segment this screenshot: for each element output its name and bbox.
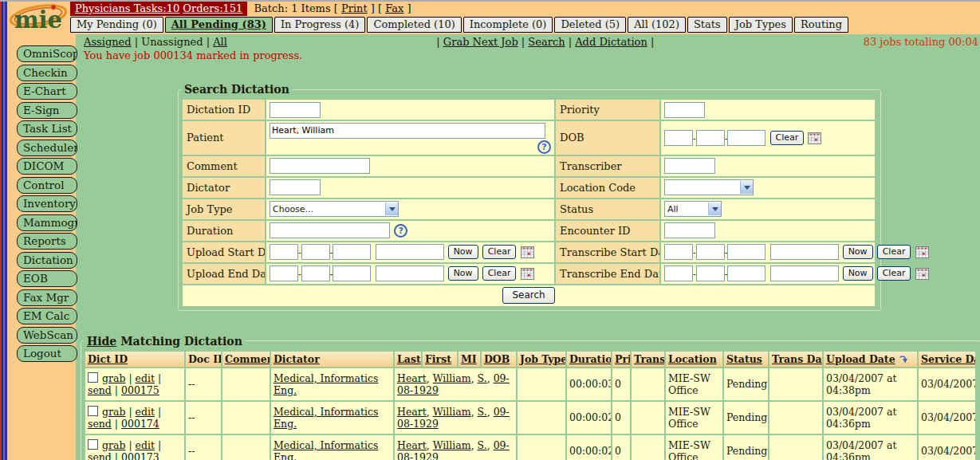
orders-link[interactable]: Orders:151 bbox=[183, 2, 242, 14]
patient-input[interactable] bbox=[270, 123, 545, 139]
transcribe-end-day-input[interactable] bbox=[696, 265, 725, 281]
column-header-job-type[interactable]: Job Type bbox=[518, 352, 565, 367]
sidebar-item-checkin[interactable]: Checkin bbox=[17, 65, 77, 81]
column-header-upload-date[interactable]: Upload Date bbox=[824, 352, 917, 367]
sidebar-item-control[interactable]: Control bbox=[17, 177, 77, 194]
upload-start-clear-button[interactable]: Clear bbox=[482, 245, 517, 259]
upload-start-now-button[interactable]: Now bbox=[448, 245, 478, 259]
column-header-first[interactable]: First bbox=[423, 352, 457, 367]
tab-in-progress-4[interactable]: In Progress (4) bbox=[274, 17, 366, 33]
tab-deleted-5[interactable]: Deleted (5) bbox=[554, 17, 626, 33]
sidebar-item-dictation[interactable]: Dictation bbox=[17, 252, 77, 269]
row-action-edit[interactable]: edit bbox=[136, 439, 155, 451]
search-button[interactable]: Search bbox=[502, 287, 554, 304]
upload-end-day-input[interactable] bbox=[301, 265, 330, 281]
patient-last-link[interactable]: Heart bbox=[397, 372, 427, 384]
dict-id-link[interactable]: 000175 bbox=[121, 384, 159, 396]
transcribe-end-time-input[interactable] bbox=[770, 265, 839, 281]
transcribe-start-clear-button[interactable]: Clear bbox=[877, 245, 911, 259]
sidebar-item-eob[interactable]: EOB bbox=[17, 270, 77, 287]
grab-next-job-link[interactable]: Grab Next Job bbox=[443, 36, 518, 48]
row-select-checkbox[interactable] bbox=[88, 439, 98, 450]
dict-id-link[interactable]: 000173 bbox=[121, 451, 159, 460]
row-action-send[interactable]: send bbox=[88, 384, 112, 396]
transcribe-end-calendar-icon[interactable] bbox=[915, 268, 929, 280]
sidebar-item-task-list[interactable]: Task List bbox=[17, 120, 77, 137]
column-header-trans[interactable]: Trans bbox=[632, 352, 664, 367]
upload-start-time-input[interactable] bbox=[376, 244, 444, 260]
tab-all-102[interactable]: All (102) bbox=[628, 17, 686, 33]
priority-input[interactable] bbox=[664, 102, 705, 118]
sidebar-item-reports[interactable]: Reports bbox=[17, 233, 77, 250]
location-code-select[interactable] bbox=[664, 179, 754, 195]
upload-end-year-input[interactable] bbox=[333, 265, 371, 281]
column-header-dict-id[interactable]: Dict ID bbox=[85, 352, 184, 367]
tab-all-pending-83[interactable]: All Pending (83) bbox=[165, 17, 273, 33]
column-header-last[interactable]: Last bbox=[395, 352, 421, 367]
sidebar-item-mammogra[interactable]: Mammogra bbox=[17, 214, 77, 231]
tab-routing[interactable]: Routing bbox=[794, 17, 848, 33]
transcribe-end-month-input[interactable] bbox=[664, 265, 693, 281]
comment-input[interactable] bbox=[270, 158, 370, 174]
row-action-edit[interactable]: edit bbox=[136, 372, 155, 384]
dob-calendar-icon[interactable] bbox=[808, 132, 821, 144]
print-link[interactable]: Print bbox=[341, 2, 368, 14]
row-action-grab[interactable]: grab bbox=[102, 439, 125, 451]
sidebar-item-omniscope[interactable]: OmniScope bbox=[17, 45, 77, 62]
column-header-dictator[interactable]: Dictator bbox=[271, 352, 393, 367]
duration-input[interactable] bbox=[270, 222, 390, 238]
row-action-grab[interactable]: grab bbox=[102, 372, 125, 384]
column-header-comment[interactable]: Comment bbox=[222, 352, 270, 367]
status-select[interactable]: All bbox=[664, 201, 722, 217]
transcribe-start-calendar-icon[interactable] bbox=[915, 246, 929, 258]
column-header-service-date[interactable]: Service Date bbox=[919, 352, 975, 367]
transcribe-start-time-input[interactable] bbox=[770, 244, 839, 260]
row-select-checkbox[interactable] bbox=[88, 406, 98, 416]
upload-start-year-input[interactable] bbox=[333, 244, 371, 260]
patient-mi-link[interactable]: S. bbox=[478, 406, 487, 418]
transcribe-start-month-input[interactable] bbox=[664, 244, 693, 260]
sort-descending-icon[interactable] bbox=[899, 355, 907, 364]
sidebar-item-webscan[interactable]: WebScan bbox=[17, 327, 77, 344]
transcriber-input[interactable] bbox=[664, 158, 715, 174]
column-header-pri[interactable]: Pri bbox=[612, 352, 630, 367]
sidebar-item-e-chart[interactable]: E-Chart bbox=[17, 83, 77, 100]
row-select-checkbox[interactable] bbox=[88, 372, 98, 383]
filter-assigned[interactable]: Assigned bbox=[84, 36, 132, 48]
encounter-id-input[interactable] bbox=[664, 222, 715, 238]
tab-job-types[interactable]: Job Types bbox=[729, 17, 793, 33]
column-header-trans-date[interactable]: Trans Date bbox=[769, 352, 822, 367]
row-action-send[interactable]: send bbox=[88, 418, 112, 430]
filter-all[interactable]: All bbox=[213, 36, 227, 48]
sidebar-item-em-calc[interactable]: EM Calc bbox=[17, 308, 77, 324]
fax-link[interactable]: Fax bbox=[385, 2, 403, 14]
sidebar-item-scheduler[interactable]: Scheduler bbox=[17, 140, 77, 156]
sidebar-item-e-sign[interactable]: E-Sign bbox=[17, 102, 77, 119]
patient-last-link[interactable]: Heart bbox=[397, 406, 427, 418]
dob-day-input[interactable] bbox=[696, 130, 725, 146]
upload-end-calendar-icon[interactable] bbox=[521, 268, 534, 280]
sidebar-item-logout[interactable]: Logout bbox=[17, 345, 77, 362]
patient-mi-link[interactable]: S. bbox=[478, 439, 487, 451]
row-action-grab[interactable]: grab bbox=[102, 406, 125, 418]
dict-id-link[interactable]: 000174 bbox=[121, 418, 159, 430]
duration-help-icon[interactable]: ? bbox=[394, 224, 407, 238]
upload-end-now-button[interactable]: Now bbox=[448, 266, 478, 281]
dob-month-input[interactable] bbox=[664, 130, 693, 146]
hide-results-link[interactable]: Hide bbox=[87, 335, 116, 348]
upload-start-month-input[interactable] bbox=[270, 244, 298, 260]
dictator-link[interactable]: Medical, Informatics Eng. bbox=[274, 406, 378, 430]
column-header-status[interactable]: Status bbox=[724, 352, 768, 367]
job-type-select[interactable]: Choose... bbox=[270, 201, 399, 217]
patient-first-link[interactable]: William bbox=[433, 406, 471, 418]
row-action-send[interactable]: send bbox=[88, 451, 112, 460]
patient-help-icon[interactable]: ? bbox=[537, 140, 551, 154]
transcribe-start-year-input[interactable] bbox=[727, 244, 766, 260]
transcribe-start-now-button[interactable]: Now bbox=[843, 245, 873, 259]
upload-start-day-input[interactable] bbox=[301, 244, 330, 260]
transcribe-end-now-button[interactable]: Now bbox=[843, 266, 873, 281]
upload-end-clear-button[interactable]: Clear bbox=[482, 266, 517, 281]
patient-last-link[interactable]: Heart bbox=[397, 439, 427, 451]
dictation-id-input[interactable] bbox=[270, 102, 321, 118]
physicians-tasks-link[interactable]: Physicians Tasks:10 bbox=[75, 2, 179, 14]
